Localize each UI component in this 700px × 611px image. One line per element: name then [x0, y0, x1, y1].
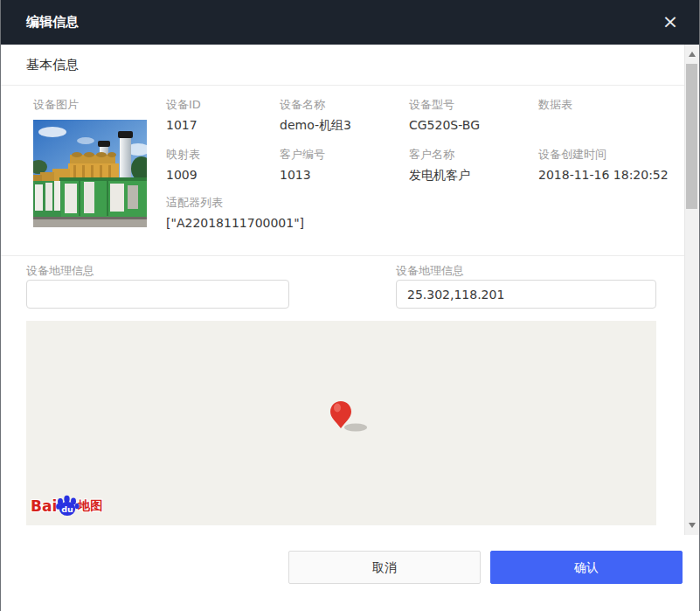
confirm-button[interactable]: 确认 [490, 551, 683, 584]
generator-photo-illustration [33, 120, 147, 227]
field-value: demo-机组3 [280, 118, 351, 133]
field-device-model: 设备型号 CG520S-BG [409, 98, 480, 133]
svg-text:du: du [61, 503, 73, 513]
close-icon[interactable]: × [658, 10, 683, 34]
field-label: 设备ID [166, 98, 201, 112]
field-data-table: 数据表 [538, 98, 572, 118]
field-device-id: 设备ID 1017 [166, 98, 201, 133]
geo-coordinates-input[interactable] [396, 280, 656, 309]
scrollbar-thumb[interactable] [686, 64, 697, 209]
dialog-header: 编辑信息 × [0, 0, 700, 45]
field-label: 映射表 [166, 148, 200, 162]
device-image-field: 设备图片 [33, 98, 79, 112]
field-value: CG520S-BG [409, 118, 480, 133]
field-label: 设备创建时间 [538, 148, 669, 162]
field-label: 数据表 [538, 98, 572, 112]
field-value: ["A22018111700001"] [166, 216, 304, 231]
device-image-label: 设备图片 [33, 98, 79, 112]
section-title: 基本信息 [26, 57, 79, 73]
field-value: 1013 [280, 168, 325, 183]
field-label: 客户名称 [409, 148, 470, 162]
field-value: 1009 [166, 168, 200, 183]
baidu-logo-ditu: 地图 [78, 498, 102, 514]
baidu-paw-icon: du [56, 495, 80, 517]
field-adapter-list: 适配器列表 ["A22018111700001"] [166, 196, 304, 231]
field-customer-name: 客户名称 发电机客户 [409, 148, 470, 183]
field-value: 发电机客户 [409, 168, 470, 183]
device-photo [33, 120, 147, 227]
field-mapping-table: 映射表 1009 [166, 148, 200, 183]
field-label: 设备型号 [409, 98, 480, 112]
baidu-map-logo[interactable]: Bai du 地图 [31, 495, 102, 517]
scroll-up-arrow-icon[interactable] [689, 52, 696, 57]
section-bar: 基本信息 [1, 45, 684, 86]
geo-input-left[interactable] [26, 280, 289, 309]
field-label: 客户编号 [280, 148, 325, 162]
scroll-down-arrow-icon[interactable] [689, 523, 696, 528]
field-value: 2018-11-16 18:20:52 [538, 168, 669, 183]
field-value: 1017 [166, 118, 201, 133]
field-label: 适配器列表 [166, 196, 304, 210]
field-customer-id: 客户编号 1013 [280, 148, 325, 183]
cancel-button[interactable]: 取消 [288, 551, 481, 584]
window-left-border [0, 0, 1, 611]
vertical-scrollbar[interactable] [685, 45, 699, 535]
geo-label-left: 设备地理信息 [26, 263, 94, 279]
baidu-logo-bai: Bai [31, 497, 57, 515]
section-divider [0, 255, 684, 256]
field-label: 设备名称 [280, 98, 351, 112]
baidu-map-canvas[interactable]: Bai du 地图 [26, 321, 656, 525]
edit-info-dialog: 编辑信息 × 基本信息 设备图片 [0, 0, 700, 611]
field-created-time: 设备创建时间 2018-11-16 18:20:52 [538, 148, 669, 183]
geo-label-right: 设备地理信息 [396, 263, 464, 279]
map-pin-icon [329, 399, 372, 434]
field-device-name: 设备名称 demo-机组3 [280, 98, 351, 133]
dialog-title: 编辑信息 [26, 0, 79, 45]
